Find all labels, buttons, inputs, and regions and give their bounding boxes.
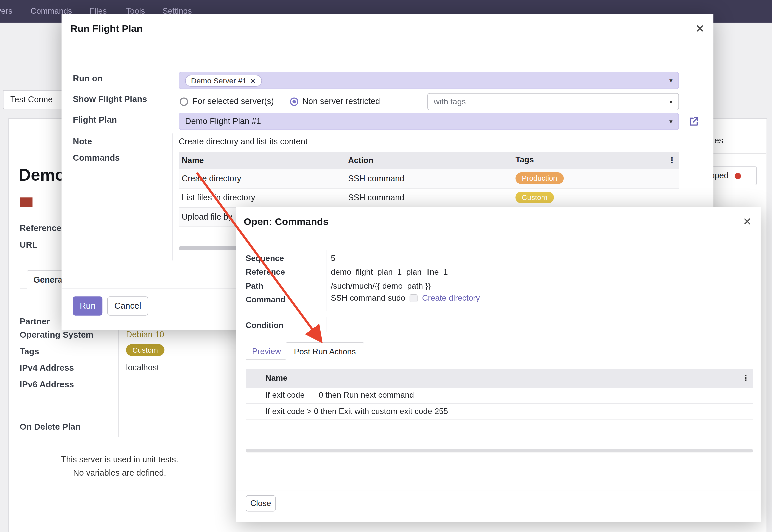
table-row-empty — [246, 420, 753, 436]
radio-selected-servers-label[interactable]: For selected server(s) — [193, 96, 274, 106]
server-note-line2: No variables are defined. — [29, 466, 211, 480]
cell-name: List files in directory — [182, 193, 255, 203]
ipv6-label: IPv6 Address — [20, 380, 74, 390]
ipv4-value: localhost — [126, 363, 159, 373]
post-run-actions-table: Name ⋮ If exit code == 0 then Run next c… — [246, 369, 753, 436]
horizontal-scrollbar[interactable] — [246, 449, 753, 452]
cell-name: If exit code == 0 then Run next command — [265, 390, 414, 400]
dialog-header: Open: Commands ✕ — [236, 207, 761, 237]
tag-badge-custom: Custom — [126, 344, 164, 356]
run-on-label: Run on — [73, 73, 103, 84]
chevron-down-icon[interactable]: ▾ — [669, 98, 673, 105]
sequence-label: Sequence — [246, 254, 284, 263]
cancel-button[interactable]: Cancel — [107, 296, 148, 316]
close-button[interactable]: Close — [246, 495, 276, 512]
create-directory-checkbox[interactable] — [410, 294, 418, 302]
dialog-header: Run Flight Plan ✕ — [62, 14, 714, 44]
tag-badge-production: Production — [515, 172, 563, 184]
url-label: URL — [20, 240, 37, 250]
screen: vers Commands Files Tools Settings Test … — [0, 0, 772, 532]
show-flight-plans-label: Show Flight Plans — [73, 94, 147, 104]
table-header: Name ⋮ — [246, 369, 753, 388]
chip-remove-icon[interactable]: ✕ — [250, 77, 256, 85]
commands-label: Commands — [73, 153, 120, 163]
col-header-name[interactable]: Name — [182, 156, 204, 165]
table-row[interactable]: List files in directory SSH command Cust… — [179, 189, 679, 208]
operating-system-value[interactable]: Debian 10 — [126, 330, 164, 340]
table-row[interactable]: If exit code > 0 then Exit with custom e… — [246, 404, 753, 420]
label-separator — [172, 133, 173, 260]
radio-selected-servers[interactable] — [180, 97, 188, 106]
flight-plan-label: Flight Plan — [73, 115, 117, 125]
table-header: Name Action Tags ⋮ — [179, 152, 679, 169]
close-icon[interactable]: ✕ — [695, 14, 704, 44]
external-link-icon[interactable] — [688, 116, 699, 127]
command-value-row: SSH command sudo Create directory — [331, 293, 480, 303]
flight-plan-value: Demo Flight Plan #1 — [185, 116, 261, 126]
tabbar-divider — [246, 359, 286, 360]
path-value: /such/much/{{ demo_path }} — [331, 281, 431, 290]
open-commands-dialog: Open: Commands ✕ Sequence Reference Path… — [236, 207, 761, 522]
command-value: SSH command sudo — [331, 293, 406, 303]
col-header-name[interactable]: Name — [265, 373, 287, 383]
column-options-icon[interactable]: ⋮ — [668, 156, 676, 165]
server-note-line1: This server is used in unit tests. — [29, 453, 211, 466]
panel-divider — [713, 153, 766, 153]
ipv4-label: IPv4 Address — [20, 363, 74, 373]
tab-post-run-actions[interactable]: Post Run Actions — [286, 342, 364, 361]
cell-name: Create directory — [182, 174, 241, 184]
cell-action: SSH command — [348, 174, 404, 184]
page-title: Demo — [19, 165, 65, 185]
panel-partial-text: es — [714, 136, 723, 146]
sequence-value: 5 — [331, 254, 336, 263]
condition-label: Condition — [246, 321, 284, 330]
operating-system-label: Operating System — [20, 330, 93, 340]
dialog-title: Run Flight Plan — [70, 14, 143, 44]
cell-name: Upload file by — [182, 212, 232, 222]
label-separator — [326, 250, 326, 311]
chevron-down-icon[interactable]: ▾ — [669, 118, 673, 125]
run-on-field[interactable]: Demo Server #1 ✕ ▾ — [179, 72, 679, 89]
color-swatch — [20, 197, 32, 207]
flight-plan-description: Create directory and list its content — [179, 137, 308, 147]
col-header-tags[interactable]: Tags — [515, 155, 534, 164]
reference-label: Reference — [20, 223, 61, 233]
tag-badge-custom: Custom — [515, 192, 554, 203]
nav-item-servers[interactable]: vers — [0, 6, 12, 16]
column-options-icon[interactable]: ⋮ — [742, 373, 750, 383]
cell-action: SSH command — [348, 193, 404, 203]
flight-plan-select[interactable]: Demo Flight Plan #1 ▾ — [179, 113, 679, 130]
server-chip-label: Demo Server #1 — [191, 76, 247, 85]
col-header-action[interactable]: Action — [348, 156, 373, 165]
partner-label: Partner — [20, 317, 50, 327]
chevron-down-icon[interactable]: ▾ — [669, 77, 673, 84]
field-separator — [118, 314, 118, 437]
dialog-footer-divider — [236, 490, 761, 490]
table-row[interactable]: Create directory SSH command Production — [179, 169, 679, 189]
server-note: This server is used in unit tests. No va… — [29, 453, 211, 480]
path-label: Path — [246, 281, 263, 290]
tags-label: Tags — [20, 347, 39, 357]
with-tags-value: with tags — [434, 97, 466, 106]
command-label: Command — [246, 295, 285, 304]
radio-non-server-restricted-label[interactable]: Non server restricted — [302, 96, 380, 106]
cell-name: If exit code > 0 then Exit with custom e… — [265, 407, 448, 416]
create-directory-link[interactable]: Create directory — [422, 293, 480, 303]
status-dot-icon — [734, 173, 741, 179]
dialog-title: Open: Commands — [244, 207, 328, 237]
reference-value: demo_flight_plan_1_plan_line_1 — [331, 267, 448, 277]
reference-label: Reference — [246, 267, 285, 277]
radio-non-server-restricted[interactable] — [290, 97, 298, 106]
close-icon[interactable]: ✕ — [743, 207, 752, 237]
tab-preview[interactable]: Preview — [252, 347, 281, 356]
label-separator — [326, 317, 326, 332]
with-tags-select[interactable]: with tags ▾ — [427, 93, 679, 110]
server-chip[interactable]: Demo Server #1 ✕ — [185, 75, 262, 86]
run-button[interactable]: Run — [73, 296, 103, 316]
on-delete-plan-label: On Delete Plan — [20, 422, 80, 432]
note-label: Note — [73, 136, 92, 147]
table-row[interactable]: If exit code == 0 then Run next command — [246, 387, 753, 404]
